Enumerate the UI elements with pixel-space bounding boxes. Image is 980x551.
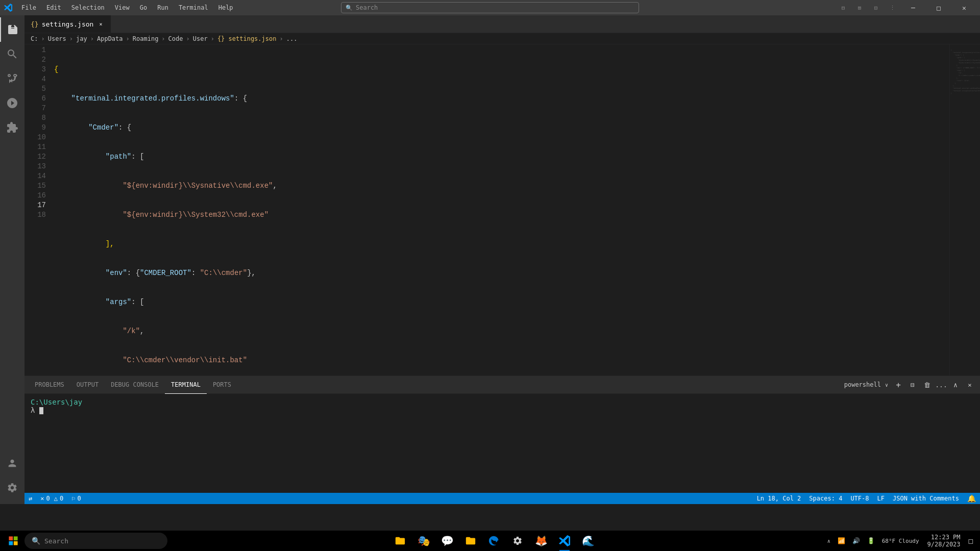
layout-icon-2[interactable]: ⊞ xyxy=(852,0,867,15)
unknown-taskbar-app[interactable]: 🌊 xyxy=(577,531,599,551)
code-editor[interactable]: 1 2 3 4 5 6 7 8 9 10 11 12 13 14 xyxy=(24,44,980,375)
notification-tray[interactable]: □ xyxy=(966,531,976,551)
panel-tabs-left: PROBLEMS OUTPUT DEBUG CONSOLE TERMINAL P… xyxy=(29,376,237,394)
code-line-5: "${env:windir}\\Sysnative\\cmd.exe", xyxy=(54,181,949,191)
title-search-text: Search xyxy=(356,4,378,11)
output-panel-tab[interactable]: OUTPUT xyxy=(70,376,105,394)
taskbar-tray: ∧ 📶 🔊 🔋 68°F Cloudy 12:23 PM 9/28/2023 □ xyxy=(820,531,980,551)
menu-run[interactable]: Run xyxy=(152,2,174,13)
discord-taskbar-app[interactable]: 💬 xyxy=(436,531,458,551)
ln-3: 3 xyxy=(24,65,46,74)
ports-status[interactable]: ⚐ 0 xyxy=(67,493,85,504)
close-panel-button[interactable]: × xyxy=(964,379,976,391)
taskbar-search-bar[interactable]: 🔍 Search xyxy=(24,533,167,549)
extensions-activity-icon[interactable] xyxy=(0,115,24,140)
system-tray-icons[interactable]: ∧ xyxy=(824,531,834,551)
menu-edit[interactable]: Edit xyxy=(41,2,66,13)
firefox-taskbar-app[interactable]: 🦊 xyxy=(530,531,552,551)
breadcrumb-part-4[interactable]: Roaming xyxy=(133,35,159,42)
taskbar: 🔍 Search 🎭 💬 xyxy=(0,531,980,551)
svg-rect-2 xyxy=(9,541,13,545)
settings-activity-icon[interactable] xyxy=(0,475,24,500)
new-terminal-button[interactable]: + xyxy=(892,379,904,391)
start-button[interactable] xyxy=(2,531,24,551)
menu-terminal[interactable]: Terminal xyxy=(174,2,213,13)
windows-explorer-taskbar-app[interactable] xyxy=(459,531,482,551)
weather-tray-item[interactable]: 68°F Cloudy xyxy=(879,531,922,551)
settings-json-tab[interactable]: {} settings.json × xyxy=(24,15,111,33)
kill-terminal-button[interactable]: 🗑 xyxy=(921,379,933,391)
breadcrumb-part-3[interactable]: AppData xyxy=(97,35,123,42)
terminal-cursor xyxy=(39,407,43,414)
search-activity-icon[interactable] xyxy=(0,42,24,66)
menu-selection[interactable]: Selection xyxy=(66,2,110,13)
editor-panel-area: {} settings.json × C: › Users › jay › Ap… xyxy=(24,15,980,504)
vscode-taskbar-app[interactable] xyxy=(553,531,576,551)
file-explorer-taskbar-app[interactable] xyxy=(389,531,411,551)
cursor-position-status[interactable]: Ln 18, Col 2 xyxy=(753,493,805,504)
code-line-8: "env": {"CMDER_ROOT": "C:\\cmder"}, xyxy=(54,268,949,278)
notifications-status[interactable]: 🔔 xyxy=(963,493,980,504)
battery-tray-icon[interactable]: 🔋 xyxy=(864,531,878,551)
ln-10: 10 xyxy=(24,133,46,142)
breadcrumb-sep-0: › xyxy=(41,35,44,42)
more-actions-button[interactable]: ... xyxy=(935,379,947,391)
split-terminal-button[interactable]: ⊟ xyxy=(906,379,919,391)
errors-warnings-status[interactable]: ✕ 0 △ 0 xyxy=(36,493,67,504)
minimap: { "terminal.integrated.profiles.windows"… xyxy=(949,44,980,375)
volume-icon: 🔊 xyxy=(852,537,860,544)
run-debug-activity-icon[interactable] xyxy=(0,91,24,115)
maximize-panel-button[interactable]: ∧ xyxy=(949,379,962,391)
explorer-activity-icon[interactable] xyxy=(0,17,24,42)
terminal-path: C:\Users\jay xyxy=(31,398,82,406)
breadcrumb-part-5[interactable]: Code xyxy=(168,35,183,42)
volume-tray-icon[interactable]: 🔊 xyxy=(849,531,863,551)
line-numbers: 1 2 3 4 5 6 7 8 9 10 11 12 13 14 xyxy=(24,44,50,375)
tab-close-button[interactable]: × xyxy=(96,20,105,28)
settings-taskbar-app[interactable] xyxy=(506,531,529,551)
breadcrumb-part-7[interactable]: {} settings.json xyxy=(217,35,277,42)
accounts-activity-icon[interactable] xyxy=(0,451,24,475)
breadcrumb-part-0[interactable]: C: xyxy=(31,35,38,42)
layout-icon-4[interactable]: ⋮ xyxy=(885,0,899,15)
indentation-status[interactable]: Spaces: 4 xyxy=(805,493,846,504)
source-control-activity-icon[interactable] xyxy=(0,66,24,91)
minimize-button[interactable]: ─ xyxy=(901,0,925,15)
tab-icon: {} xyxy=(31,20,39,28)
line-ending-status[interactable]: LF xyxy=(873,493,889,504)
edge-taskbar-app[interactable] xyxy=(483,531,505,551)
breadcrumb-part-8[interactable]: ... xyxy=(286,35,298,42)
menu-view[interactable]: View xyxy=(110,2,135,13)
breadcrumb-part-6[interactable]: User xyxy=(193,35,208,42)
title-search-bar[interactable]: 🔍 Search xyxy=(341,2,639,13)
menu-file[interactable]: File xyxy=(16,2,41,13)
status-bar-left: ⇄ ✕ 0 △ 0 ⚐ 0 xyxy=(24,493,85,504)
layout-icon-1[interactable]: ⊟ xyxy=(836,0,850,15)
layout-icon-3[interactable]: ⊡ xyxy=(869,0,883,15)
remote-indicator[interactable]: ⇄ xyxy=(24,493,36,504)
language-mode-status[interactable]: JSON with Comments xyxy=(889,493,963,504)
problems-panel-tab[interactable]: PROBLEMS xyxy=(29,376,70,394)
maximize-button[interactable]: □ xyxy=(927,0,950,15)
emoji-taskbar-app[interactable]: 🎭 xyxy=(412,531,435,551)
remote-icon: ⇄ xyxy=(29,495,32,502)
terminal-content[interactable]: C:\Users\jay λ xyxy=(24,394,980,493)
code-content[interactable]: { "terminal.integrated.profiles.windows"… xyxy=(50,44,949,375)
debug-console-panel-tab[interactable]: DEBUG CONSOLE xyxy=(105,376,165,394)
terminal-panel-tab[interactable]: TERMINAL xyxy=(165,376,207,394)
menu-go[interactable]: Go xyxy=(135,2,152,13)
ln-8: 8 xyxy=(24,113,46,123)
menu-help[interactable]: Help xyxy=(213,2,238,13)
clock-tray[interactable]: 12:23 PM 9/28/2023 xyxy=(923,534,965,548)
breadcrumb-part-1[interactable]: Users xyxy=(48,35,66,42)
network-tray-icon[interactable]: 📶 xyxy=(835,531,848,551)
code-line-10: "/k", xyxy=(54,327,949,336)
breadcrumb-part-2[interactable]: jay xyxy=(76,35,87,42)
ports-icon: ⚐ xyxy=(71,495,75,502)
terminal-prompt: λ xyxy=(31,406,35,414)
ln-11: 11 xyxy=(24,142,46,152)
ports-panel-tab[interactable]: PORTS xyxy=(207,376,237,394)
terminal-line-2: λ xyxy=(31,406,974,414)
encoding-status[interactable]: UTF-8 xyxy=(846,493,873,504)
close-button[interactable]: ✕ xyxy=(952,0,976,15)
